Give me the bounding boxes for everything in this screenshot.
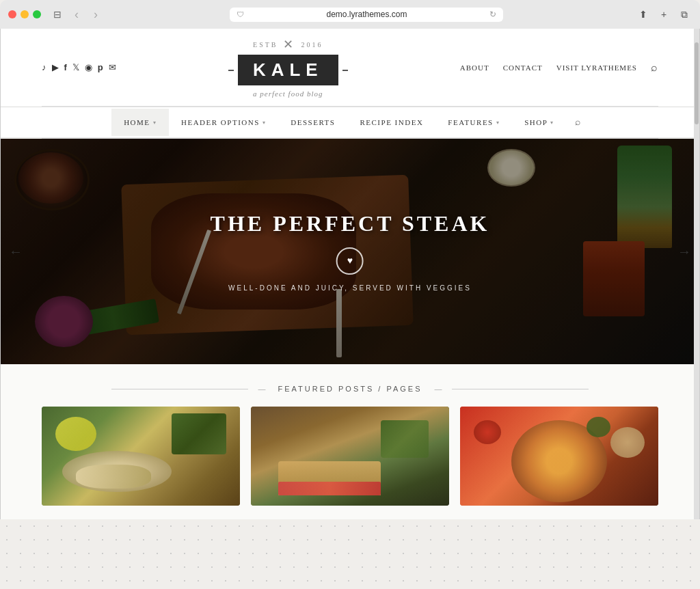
slider-next-button[interactable]: → — [677, 244, 691, 260]
browser-action-buttons: ⬆ + ⧉ — [636, 7, 692, 22]
social-icons-bar: ♪ ▶ f 𝕏 ◉ p ✉ — [42, 62, 116, 73]
nav-shop-dropdown-icon: ▾ — [550, 120, 554, 126]
security-shield-icon: 🛡 — [237, 10, 244, 18]
card1-fish — [76, 465, 151, 489]
forward-icon: › — [94, 8, 98, 22]
nav-header-options-label: HEADER OPTIONS — [181, 118, 260, 126]
card1-lemon — [55, 417, 96, 451]
minimize-button[interactable] — [21, 10, 29, 18]
card2-salmon — [278, 482, 381, 495]
hero-slider: THE PERFECT STEAK ♥ WELL-DONE AND JUICY,… — [1, 139, 699, 364]
browser-window: ⊟ ‹ › 🛡 ↻ ⬆ + ⧉ — [0, 0, 700, 29]
fork-knife-icon: ✕ — [283, 37, 295, 52]
nav-shop-label: SHOP — [524, 118, 548, 126]
slider-prev-button[interactable]: ← — [9, 244, 23, 260]
featured-card-2-image — [251, 407, 449, 506]
heart-icon: ♥ — [347, 256, 353, 266]
header-nav-links: ABOUT CONTACT VISIT LYRATHEMES ⌕ — [460, 61, 658, 74]
back-button[interactable]: ‹ — [70, 8, 83, 21]
nav-search-button[interactable]: ⌕ — [567, 107, 589, 137]
brand-tagline: a perfect food blog — [116, 90, 460, 98]
address-bar[interactable]: 🛡 ↻ — [230, 8, 503, 22]
traffic-lights — [8, 10, 41, 18]
new-tab-button[interactable]: + — [656, 7, 671, 22]
tab-overview-icon: ⧉ — [681, 9, 688, 20]
year-text: 2016 — [301, 41, 323, 49]
browser-titlebar: ⊟ ‹ › 🛡 ↻ ⬆ + ⧉ — [0, 7, 700, 29]
main-navigation: HOME ▾ HEADER OPTIONS ▾ DESSERTS RECIPE … — [1, 107, 699, 138]
featured-section: — FEATURED POSTS / PAGES — — [1, 364, 699, 519]
nav-header-options-dropdown-icon: ▾ — [262, 120, 267, 126]
featured-title-right-line — [452, 389, 589, 389]
featured-title-left-line — [111, 389, 248, 389]
site-header: ♪ ▶ f 𝕏 ◉ p ✉ ESTB ✕ 2016 KALE a perfect… — [1, 29, 699, 106]
brand-name: KALE — [253, 59, 323, 80]
estb-text: ESTB — [253, 41, 278, 49]
nav-item-recipe-index[interactable]: RECIPE INDEX — [347, 109, 435, 136]
brand-logo[interactable]: KALE — [238, 55, 338, 85]
featured-section-header: — FEATURED POSTS / PAGES — — [42, 385, 658, 393]
hero-subtitle: WELL-DONE AND JUICY, SERVED WITH VEGGIES — [211, 284, 490, 292]
contact-link[interactable]: CONTACT — [503, 64, 543, 72]
arrow-right-icon: → — [677, 244, 691, 259]
hero-title: THE PERFECT STEAK — [211, 211, 490, 236]
featured-card-3-image — [460, 407, 658, 506]
instagram-icon[interactable]: ◉ — [85, 62, 92, 73]
nav-search-icon: ⌕ — [575, 117, 580, 127]
scrollbar-thumb[interactable] — [695, 42, 699, 124]
share-button[interactable]: ⬆ — [636, 7, 651, 22]
forward-button[interactable]: › — [89, 8, 103, 21]
card3-olive — [587, 417, 610, 437]
arrow-left-icon: ← — [9, 244, 23, 259]
url-input[interactable] — [248, 10, 485, 19]
card3-mushroom — [610, 427, 645, 458]
featured-card-2[interactable] — [251, 407, 449, 506]
about-link[interactable]: ABOUT — [460, 64, 489, 72]
email-icon[interactable]: ✉ — [109, 62, 116, 73]
featured-card-1-image — [42, 407, 240, 506]
sidebar-toggle-button[interactable]: ⊟ — [51, 8, 64, 21]
scrollbar[interactable] — [694, 29, 699, 519]
back-icon: ‹ — [75, 8, 79, 22]
facebook-icon[interactable]: f — [64, 62, 67, 72]
close-button[interactable] — [8, 10, 16, 18]
nav-item-home[interactable]: HOME ▾ — [111, 109, 169, 136]
nav-home-dropdown-icon: ▾ — [153, 120, 157, 126]
card1-greens — [172, 413, 226, 454]
nav-recipe-index-label: RECIPE INDEX — [360, 118, 423, 126]
featured-section-title: FEATURED POSTS / PAGES — [278, 385, 422, 393]
youtube-icon[interactable]: ▶ — [52, 62, 59, 73]
sidebar-toggle-icon: ⊟ — [53, 9, 62, 20]
card2-greens — [381, 420, 429, 458]
new-tab-icon: + — [661, 9, 667, 20]
site-brand: ESTB ✕ 2016 KALE a perfect food blog — [116, 37, 460, 98]
tab-overview-button[interactable]: ⧉ — [677, 7, 692, 22]
refresh-icon[interactable]: ↻ — [489, 10, 496, 20]
featured-card-1[interactable] — [42, 407, 240, 506]
nav-item-header-options[interactable]: HEADER OPTIONS ▾ — [169, 109, 278, 136]
twitter-icon[interactable]: 𝕏 — [72, 62, 79, 73]
card3-tomato — [474, 420, 501, 444]
pinterest-icon[interactable]: p — [98, 62, 103, 72]
hero-content: THE PERFECT STEAK ♥ WELL-DONE AND JUICY,… — [211, 211, 490, 292]
maximize-button[interactable] — [33, 10, 41, 18]
website-content: ♪ ▶ f 𝕏 ◉ p ✉ ESTB ✕ 2016 KALE a perfect… — [0, 29, 700, 519]
brand-estb-line: ESTB ✕ 2016 — [116, 37, 460, 52]
nav-item-shop[interactable]: SHOP ▾ — [512, 109, 567, 136]
featured-card-3[interactable] — [460, 407, 658, 506]
featured-posts-grid — [42, 407, 658, 506]
visit-lyrathemes-link[interactable]: VISIT LYRATHEMES — [556, 64, 637, 72]
nav-home-label: HOME — [124, 118, 150, 126]
share-icon: ⬆ — [639, 9, 647, 20]
nav-features-label: FEATURES — [448, 118, 493, 126]
nav-features-dropdown-icon: ▾ — [496, 120, 500, 126]
tiktok-icon[interactable]: ♪ — [42, 62, 46, 73]
header-search-icon[interactable]: ⌕ — [651, 61, 658, 74]
nav-item-desserts[interactable]: DESSERTS — [278, 109, 347, 136]
hero-heart-button[interactable]: ♥ — [336, 247, 364, 275]
nav-desserts-label: DESSERTS — [291, 118, 335, 126]
nav-item-features[interactable]: FEATURES ▾ — [435, 109, 512, 136]
